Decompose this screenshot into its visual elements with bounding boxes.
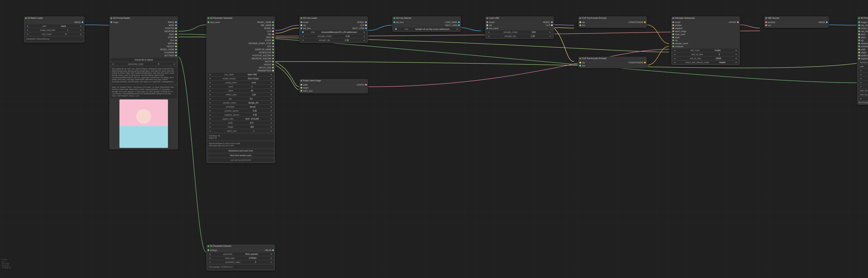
node-title[interactable]: Empty Latent Image [299,79,368,83]
output-cfg[interactable]: CFG [170,39,177,42]
w-filename[interactable]: filenameComfyUI_%time_%seed_%counter [858,61,868,64]
out-latent[interactable]: LATENT [357,83,367,86]
out-conditioning[interactable]: CONDITIONING [628,21,646,24]
in-model[interactable]: model [672,21,688,24]
in-clip[interactable]: clip [580,61,585,64]
node-title[interactable]: SD Lora Selector [392,16,461,20]
node-sd-lora-loader[interactable]: SD Lora Loader model clip last_lora MODE… [299,16,368,43]
in-steps[interactable]: steps [672,36,688,39]
out-next-lora[interactable]: NEXT_LORA [352,27,367,30]
in-text[interactable]: text [580,24,585,27]
in-width[interactable]: width [858,48,868,51]
in-last-lora[interactable]: last_lora [301,27,311,30]
node-sd-prompt-saver[interactable]: SD Prompt Saver images img_name model_na… [857,16,868,105]
w-path[interactable]: path%date/ [858,65,868,68]
node-title[interactable]: SD Parameter Extractor [206,244,275,248]
out-next-lora[interactable]: NEXT_LORA [445,24,460,27]
w-save-meta[interactable]: ◀save_metadata_filefalse▶ [858,97,868,100]
w-aspect-ratio[interactable]: ◀aspect_ratio16:9 - 672x384▶ [208,117,274,120]
node-load-lora[interactable]: Load LoRA model clip lora_name MODEL CLI… [485,16,554,39]
out-model[interactable]: MODEL [543,21,553,24]
in-scheduler[interactable]: scheduler [672,45,688,48]
output-model-name[interactable]: MODEL_NAME [160,48,177,51]
out-clip[interactable]: CLIP [267,30,274,33]
out-clip[interactable]: CLIP [546,24,553,27]
in-images[interactable]: images [858,21,868,24]
node-title[interactable]: SD Batch Loader [24,16,85,20]
input-image[interactable]: image [111,21,118,24]
in-cfg[interactable]: cfg [672,39,688,42]
out-scheduler[interactable]: SCHEDULER [259,51,274,54]
out-parameters[interactable]: PARAMETERS [258,69,274,72]
w-lora-file[interactable]: lorakoreandolllikenessV20_v20.safetensor… [301,31,367,34]
w-lossless[interactable]: ◀lossless_webptrue▶ [858,81,868,84]
in-steps[interactable]: steps [858,36,868,39]
w-date-fmt[interactable]: date_format%Y-%m-%d [858,89,868,92]
node-title[interactable]: KSampler (Advanced) [671,16,740,20]
btn-last-queued-seed[interactable]: (use last queued seed) [208,159,274,162]
w-quality[interactable]: ◀jpg_webp_quality100▶ [858,85,868,88]
w-height[interactable]: ◀height384▶ [208,125,274,129]
output-image[interactable]: IMAGE [74,21,83,24]
w-add-noise[interactable]: ◀add_noiseenable▶ [672,48,739,52]
in-positive[interactable]: positive [672,24,688,27]
node-clip-encode-negative[interactable]: CLIP Text Encode (Prompt) clip text COND… [578,57,647,68]
node-vae-decode[interactable]: VAE Decode samples vae IMAGE [764,16,829,28]
node-empty-latent-image[interactable]: Empty Latent Image width height batch_si… [299,79,368,94]
w-param-index[interactable]: ◀parameter_index0▶ [208,260,274,264]
in-vae-name[interactable]: vae_name [858,30,868,33]
in-sampler[interactable]: sampler_name [858,42,868,45]
in-negative[interactable]: negative [672,27,688,30]
out-batch-size[interactable]: BATCH_SIZE [259,66,274,69]
w-extension[interactable]: ◀extensionpng▶ [858,69,868,72]
node-title[interactable]: SD Lora Loader [299,16,368,20]
out-model[interactable]: MODEL [357,21,367,24]
out-width[interactable]: WIDTH [265,60,274,63]
output-image[interactable]: IMAGE [168,21,177,24]
in-img-name[interactable]: img_name [858,24,868,27]
w-end-step[interactable]: ◀end_at_step10000▶ [672,57,739,60]
w-scheduler[interactable]: ◀schedulerkarras▶ [208,105,274,108]
w-start-step[interactable]: ◀start_at_step0▶ [672,53,739,56]
in-clip[interactable]: clip [301,24,311,27]
w-refiner-start[interactable]: ◀refiner_start1.00▶ [208,93,274,96]
in-lora-name[interactable]: lora_name [487,27,498,30]
w-vae-name[interactable]: ◀vae_namelatent VAE▶ [208,73,274,76]
widget-image-load-limit[interactable]: ◀image_load_limit1▶ [25,29,83,32]
btn-new-fixed-seed[interactable]: New fixed random seed [208,154,274,158]
out-image[interactable]: IMAGE [819,21,828,24]
w-res-hash[interactable]: ◀resource_hashtrue▶ [858,77,868,80]
w-time-fmt[interactable]: time_format%H%M%S [858,93,868,96]
in-cfg[interactable]: cfg [858,39,868,42]
output-settings[interactable]: SETTINGS [164,54,177,57]
in-text[interactable]: text [580,64,585,67]
out-sampler[interactable]: SAMPLER_NAME [255,48,274,51]
w-lora-file[interactable]: lorafashigirl-v6-nai-5ep-resize.safetens… [394,28,460,31]
node-title[interactable]: VAE Decode [764,16,829,20]
in-clip[interactable]: clip [487,24,498,27]
in-height[interactable]: height [301,86,313,89]
in-sampler[interactable]: sampler_name [672,42,688,45]
out-latent[interactable]: LATENT [728,21,739,24]
in-negative[interactable]: negative [858,57,868,60]
node-clip-encode-positive[interactable]: CLIP Text Encode (Prompt) clip text COND… [578,16,647,28]
output-steps[interactable]: STEPS [168,36,177,39]
out-model[interactable]: MODEL [264,27,274,30]
w-neg-ascore[interactable]: ◀negative_ascore6.00▶ [208,113,274,116]
in-latent[interactable]: latent_image [672,30,688,33]
node-sd-lora-selector[interactable]: SD Lora Selector last_lora LORA_NAME NEX… [392,16,461,32]
widget-start-index[interactable]: ◀start_index0▶ [25,33,83,36]
out-neg-ascore[interactable]: NEGATIVE_ASCORE [252,57,274,60]
w-steps[interactable]: ◀steps30▶ [208,89,274,92]
input-ckpt-name[interactable]: ckpt_name [208,21,220,24]
out-clip[interactable]: CLIP [360,24,367,27]
w-strength-model[interactable]: ◀strength_model0.80▶ [487,31,553,34]
out-value[interactable]: VALUE [265,249,274,251]
in-clip[interactable]: clip [580,21,585,24]
node-sd-batch-loader[interactable]: SD Batch Loader IMAGE ◀path./input▶ ◀ima… [24,16,85,43]
widget-parameter-index[interactable]: ◀parameter_index0▶ [111,62,177,66]
widget-path[interactable]: ◀path./input▶ [25,25,83,28]
node-title[interactable]: SD Parameter Generator [206,16,275,20]
in-height[interactable]: height [858,51,868,54]
out-steps[interactable]: STEPS [265,39,274,42]
